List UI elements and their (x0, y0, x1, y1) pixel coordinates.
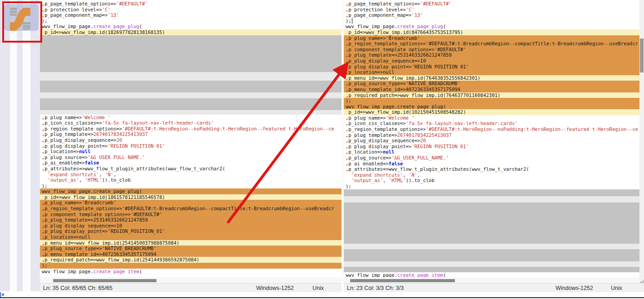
code-line[interactable]: ,p_plug_display_sequence=>10 (40, 223, 342, 229)
code-line[interactable]: wwv_flow_imp_page.create_page_plug( (40, 24, 342, 29)
code-line[interactable]: ,p_plug_name=>'Welcome ' (40, 115, 342, 121)
code-line[interactable]: ,p_plug_name=>'Welcome ' (344, 115, 639, 121)
code-line[interactable]: ); (344, 98, 639, 104)
code-line[interactable]: ,p_plug_template=>2674017834225413037 (40, 131, 342, 137)
code-line[interactable]: ,p_location=>null (40, 234, 342, 240)
code-line[interactable]: ,p_location=>null (40, 149, 342, 154)
diff-gap-filler (344, 261, 639, 267)
code-line[interactable]: ,p_icon_css_classes=>'fa-5x fa-layout-na… (40, 120, 342, 126)
code-line[interactable]: ,p_plug_name=>'Breadcrumb' (40, 200, 342, 206)
right-cursor-position: Ln: 23 Col: 3/3 Ch: 3/3 (347, 285, 404, 291)
code-line[interactable]: ,p_plug_display_sequence=>20 (344, 138, 639, 144)
overview-current-view-indicator[interactable] (2, 1, 42, 43)
code-line[interactable]: ,p_menu_template_id=>4072363345357175094 (40, 251, 342, 257)
right-horizontal-scrollbar-thumb[interactable] (350, 279, 455, 282)
text-caret (352, 19, 352, 24)
code-line[interactable]: wwv_flow_imp_page.create_page_plug( (40, 188, 342, 194)
window-bottom-border (0, 297, 644, 298)
code-line[interactable]: ,p_region_template_options=>'#DEFAULT#:t… (344, 126, 639, 132)
code-line[interactable]: ); (40, 18, 342, 24)
code-line[interactable]: ,p_attributes=>wwv_flow_t_plugin_attribu… (344, 166, 639, 172)
code-line[interactable]: wwv_flow_imp_page.create_page_item( (40, 269, 342, 275)
left-editor-pane[interactable]: ,p_page_template_options=>'#DEFAULT#',p_… (40, 0, 342, 277)
code-line[interactable]: ,p_page_component_map=>'13' (40, 12, 342, 18)
code-line[interactable]: ); (40, 183, 342, 189)
code-line[interactable]: ,p_region_template_options=>'#DEFAULT#:t… (40, 206, 342, 212)
diff-gap-filler (40, 92, 342, 98)
code-line[interactable]: p_id=>wwv_flow_imp.id(84766435753513795) (344, 29, 639, 35)
right-line-ending-selector[interactable]: Unix (611, 285, 622, 291)
diff-gap-missing-lines (40, 35, 342, 72)
diff-gap-filler (40, 110, 342, 115)
code-line[interactable]: ,p_menu_id=>wwv_flow_imp.id(254145003798… (40, 240, 342, 246)
left-status-bar: Ln: 35 Col: 65/65 Ch: 65/65 Windows-1252… (40, 283, 342, 293)
code-line[interactable]: ); (344, 183, 639, 189)
code-line[interactable]: wwv_flow_imp_page.create_page_plug( (344, 24, 639, 29)
code-line[interactable]: ,p_component_template_options=>'#DEFAULT… (344, 47, 639, 53)
code-line[interactable]: p_id=>wwv_flow_imp.id(186157812118554657… (40, 194, 342, 200)
overview-map-sidebar[interactable] (0, 0, 40, 291)
right-encoding-selector[interactable]: Windows-1252 (556, 285, 593, 291)
right-status-bar: Ln: 23 Col: 3/3 Ch: 3/3 Windows-1252 Uni… (344, 283, 644, 293)
left-horizontal-scrollbar[interactable] (40, 277, 342, 283)
right-editor-pane[interactable]: ,p_page_template_options=>'#DEFAULT#',p_… (344, 0, 639, 277)
code-line[interactable]: ,p_plug_display_point=>'REGION_POSITION_… (40, 228, 342, 234)
code-line[interactable]: ,p_plug_source=>'&G_USER_FULL_NAME.' (344, 155, 639, 161)
code-line[interactable]: ,p_plug_source_type=>'NATIVE_BREADCRUMB' (344, 81, 639, 87)
code-line[interactable]: ,p_region_template_options=>'#DEFAULT#:t… (344, 41, 639, 47)
code-line[interactable]: ,p_component_template_options=>'#DEFAULT… (40, 212, 342, 217)
close-panel-button[interactable]: × (1, 292, 4, 297)
code-line[interactable]: ,p_plug_template=>2531463326621247859 (40, 217, 342, 223)
code-line[interactable]: wwv_flow_imp_page.create_page_item( (344, 272, 639, 277)
code-line[interactable]: ,p_region_template_options=>'#DEFAULT#:t… (40, 126, 342, 132)
resize-grip-icon (640, 280, 644, 283)
code-line[interactable]: ,p_attributes=>wwv_flow_t_plugin_attribu… (40, 166, 342, 172)
left-line-ending-selector[interactable]: Unix (312, 285, 324, 291)
code-line[interactable]: ,p_location=>null (344, 149, 639, 155)
code-line[interactable]: p_id=>wwv_flow_imp.id(182697782813816813… (40, 29, 342, 35)
code-line[interactable]: ,p_location=>null (344, 69, 639, 75)
right-vertical-scrollbar[interactable] (639, 0, 644, 277)
code-line[interactable]: p_id=>wwv_flow_imp.id(102150451508548282… (344, 109, 639, 115)
code-line[interactable]: ); (344, 18, 639, 24)
code-line[interactable]: ,p_plug_source_type=>'NATIVE_BREADCRUMB' (40, 246, 342, 251)
diff-gap-missing-lines (344, 189, 639, 196)
code-line[interactable]: 'expand_shortcuts', 'N', (40, 172, 342, 178)
code-line[interactable]: ,p_icon_css_classes=>'fa-5x fa-layout-na… (344, 121, 639, 126)
code-line[interactable]: ,p_plug_display_point=>'REGION_POSITION_… (40, 143, 342, 149)
diff-gap-filler (344, 244, 639, 249)
code-line[interactable]: ,p_page_component_map=>'13' (344, 12, 639, 18)
code-line[interactable]: ,p_menu_template_id=>4072363345357175094 (344, 87, 639, 92)
code-line[interactable]: ,p_ai_enabled=>false (40, 160, 342, 166)
code-line[interactable]: ,p_protection_level=>'C' (344, 7, 639, 13)
code-line[interactable]: ,p_plug_display_sequence=>10 (344, 58, 639, 64)
code-line[interactable]: ,p_plug_name=>'Breadcrumb' (344, 35, 639, 41)
code-line[interactable]: ,p_page_template_options=>'#DEFAULT#' (40, 1, 342, 7)
code-line[interactable]: ,p_ai_enabled=>false (344, 161, 639, 167)
code-line[interactable]: ,p_plug_source=>'&G_USER_FULL_NAME.' (40, 154, 342, 160)
code-line[interactable]: ,p_plug_template=>2531463326621247859 (344, 52, 639, 58)
code-line[interactable]: 'output_as', 'HTML')).to_clob (40, 177, 342, 183)
vertical-scrollbar-thumb[interactable] (640, 39, 644, 72)
left-horizontal-scrollbar-thumb[interactable] (53, 279, 156, 282)
right-horizontal-scrollbar[interactable] (344, 277, 639, 283)
code-line[interactable]: 'expand_shortcuts', 'N', (344, 172, 639, 178)
code-line[interactable]: ,p_required_patch=>wwv_flow_imp.id(76463… (344, 92, 639, 98)
left-cursor-position: Ln: 35 Col: 65/65 Ch: 65/65 (43, 285, 112, 291)
diff-gap-missing-lines (40, 98, 342, 110)
code-line[interactable]: ,p_page_template_options=>'#DEFAULT#' (344, 1, 639, 7)
code-line[interactable]: ,p_plug_display_sequence=>20 (40, 137, 342, 143)
left-encoding-selector[interactable]: Windows-1252 (256, 285, 294, 291)
diff-gap-missing-lines (344, 203, 639, 244)
code-line[interactable]: ,p_plug_template=>2674017834225413037 (344, 132, 639, 138)
code-line[interactable]: ,p_protection_level=>'C' (40, 7, 342, 13)
diff-gap-missing-lines (40, 81, 342, 92)
code-line[interactable]: ,p_menu_id=>wwv_flow_imp.id(764638352556… (344, 75, 639, 81)
code-line[interactable]: ,p_required_patch=>wwv_flow_imp.id(25414… (40, 257, 342, 263)
code-line[interactable]: 'output_as', 'HTML')).to_clob (344, 178, 639, 183)
code-line[interactable]: wwv_flow_imp_page.create_page_plug( (344, 104, 639, 110)
diff-gap-missing-lines (344, 267, 639, 272)
code-line[interactable]: ); (40, 263, 342, 269)
code-line[interactable]: ,p_plug_display_point=>'REGION_POSITION_… (344, 64, 639, 70)
code-line[interactable]: ,p_plug_display_point=>'REGION_POSITION_… (344, 144, 639, 150)
